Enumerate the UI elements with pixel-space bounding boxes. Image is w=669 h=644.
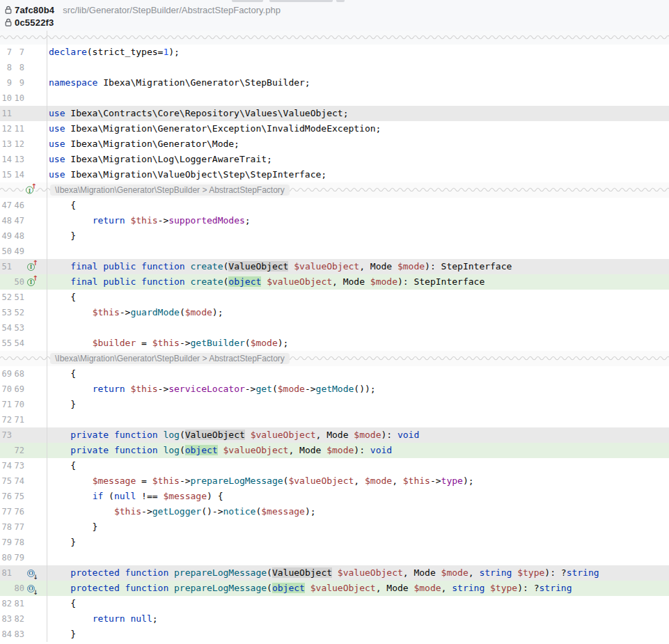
gutter: 1413: [0, 152, 47, 167]
code-line-content[interactable]: protected function prepareLogMessage(obj…: [47, 581, 669, 596]
code-line-content[interactable]: use Ibexa\Migration\Log\LoggerAwareTrait…: [47, 152, 669, 167]
code-line-content[interactable]: {: [47, 290, 669, 305]
line-number-new: 13: [13, 152, 24, 167]
lock-icon: [4, 6, 13, 15]
gutter: 5453: [0, 320, 47, 336]
code-line: 8079: [0, 550, 669, 565]
line-number-old: 9: [0, 75, 12, 91]
code-line-content[interactable]: namespace Ibexa\Migration\Generator\Step…: [47, 75, 669, 91]
code-line-content[interactable]: declare(strict_types=1);: [47, 45, 669, 60]
line-number-old: 11: [0, 106, 12, 121]
code-line-content[interactable]: private function log(object $valueObject…: [47, 443, 669, 458]
code-line-content[interactable]: use Ibexa\Migration\Generator\Mode;: [47, 136, 669, 152]
overridden-icon[interactable]: O↓: [27, 585, 35, 592]
code-line-content[interactable]: use Ibexa\Migration\Generator\Exception\…: [47, 121, 669, 136]
diff-body: 77declare(strict_types=1);8899namespace …: [0, 45, 669, 642]
line-number-old: 47: [0, 198, 12, 213]
code-line-content[interactable]: if (null !== $message) {: [47, 489, 669, 504]
line-number-new: 46: [13, 198, 24, 213]
line-number-old: 84: [0, 627, 12, 642]
lock-icon: [4, 18, 13, 27]
gutter: 1514: [0, 167, 47, 182]
code-line: 99namespace Ibexa\Migration\Generator\St…: [0, 75, 669, 91]
code-line-content[interactable]: private function log(ValueObject $valueO…: [47, 427, 669, 443]
code-line-content[interactable]: protected function prepareLogMessage(Val…: [47, 565, 669, 581]
code-line: 5453: [0, 320, 669, 336]
line-number-old: 77: [0, 504, 12, 519]
code-line-content[interactable]: [47, 550, 669, 565]
code-line-content[interactable]: }: [47, 397, 669, 412]
line-number-new: 80: [13, 581, 24, 596]
collapsed-region-separator: I↑\Ibexa\Migration\Generator\StepBuilder…: [0, 182, 669, 198]
line-number-new: 52: [13, 305, 24, 320]
line-number-old: 74: [0, 458, 12, 473]
code-line-content[interactable]: [47, 60, 669, 75]
code-line-content[interactable]: [47, 412, 669, 427]
breadcrumb[interactable]: \Ibexa\Migration\Generator\StepBuilder >…: [50, 353, 290, 364]
commit-hash-new: 0c5522f3: [15, 17, 54, 28]
code-line-content[interactable]: final public function create(object $val…: [47, 274, 669, 290]
code-line-content[interactable]: }: [47, 627, 669, 642]
code-line-content[interactable]: final public function create(ValueObject…: [47, 259, 669, 274]
code-line: 1413use Ibexa\Migration\Log\LoggerAwareT…: [0, 152, 669, 167]
diff-line-removed: 51I↑ final public function create(ValueO…: [0, 259, 669, 274]
code-line-content[interactable]: $this->guardMode($mode);: [47, 305, 669, 320]
line-number-old: 53: [0, 305, 12, 320]
line-number-new: 51: [13, 290, 24, 305]
code-line: 8281 {: [0, 596, 669, 611]
breadcrumb[interactable]: \Ibexa\Migration\Generator\StepBuilder >…: [50, 184, 290, 196]
line-number-new: 79: [13, 550, 24, 565]
line-number-new: 8: [13, 60, 24, 75]
line-number-new: 82: [13, 611, 24, 627]
code-line-content[interactable]: {: [47, 596, 669, 611]
code-line-content[interactable]: use Ibexa\Migration\ValueObject\Step\Ste…: [47, 167, 669, 182]
line-number-new: 47: [13, 213, 24, 228]
fold-separator: [0, 31, 669, 45]
code-line-content[interactable]: {: [47, 458, 669, 473]
code-line-content[interactable]: $message = $this->prepareLogMessage($val…: [47, 473, 669, 489]
code-line-content[interactable]: }: [47, 519, 669, 535]
overridden-icon[interactable]: O↓: [27, 570, 35, 577]
gutter: 1211: [0, 121, 47, 136]
code-line-content[interactable]: return null;: [47, 611, 669, 627]
code-line: 5251 {: [0, 290, 669, 305]
implements-icon[interactable]: I↑: [27, 278, 35, 286]
gutter: 8281: [0, 596, 47, 611]
code-line-content[interactable]: return $this->serviceLocator->get($mode-…: [47, 382, 669, 397]
line-number-old: 69: [0, 366, 12, 382]
line-number-new: 81: [13, 596, 24, 611]
code-line: 7877 }: [0, 519, 669, 535]
code-line-content[interactable]: [47, 320, 669, 336]
code-line: 7574 $message = $this->prepareLogMessage…: [0, 473, 669, 489]
gutter: 51I↑: [0, 259, 47, 274]
code-line-content[interactable]: $builder = $this->getBuilder($mode);: [47, 336, 669, 351]
line-number-new: 11: [13, 121, 24, 136]
code-line-content[interactable]: {: [47, 198, 669, 213]
code-line-content[interactable]: return $this->supportedModes;: [47, 213, 669, 228]
code-line-content[interactable]: [47, 91, 669, 106]
code-line-content[interactable]: }: [47, 228, 669, 244]
code-line-content[interactable]: $this->getLogger()->notice($message);: [47, 504, 669, 519]
implements-icon[interactable]: I↑: [27, 263, 35, 271]
code-line: 7675 if (null !== $message) {: [0, 489, 669, 504]
line-number-old: 81: [0, 565, 12, 581]
diff-line-added: 72 private function log(object $valueObj…: [0, 443, 669, 458]
code-line: 4746 {: [0, 198, 669, 213]
gutter: 7978: [0, 535, 47, 550]
implements-icon[interactable]: I↑: [26, 187, 33, 194]
gutter: 7675: [0, 489, 47, 504]
code-line: 5049: [0, 244, 669, 259]
gutter: 11: [0, 106, 47, 121]
code-line-content[interactable]: {: [47, 366, 669, 382]
code-line-content[interactable]: [47, 244, 669, 259]
code-line-content[interactable]: }: [47, 535, 669, 550]
gutter: 72: [0, 443, 47, 458]
code-line-content[interactable]: use Ibexa\Contracts\Core\Repository\Valu…: [47, 106, 669, 121]
line-number-new: 71: [13, 412, 24, 427]
gutter: 5352: [0, 305, 47, 320]
line-number-old: 8: [0, 60, 12, 75]
commit-hash-old: 7afc80b4: [15, 5, 54, 15]
gutter-arrow-icon: ↑: [31, 183, 37, 190]
line-number-new: 70: [13, 397, 24, 412]
window-edge-artifact: [232, 0, 263, 2]
